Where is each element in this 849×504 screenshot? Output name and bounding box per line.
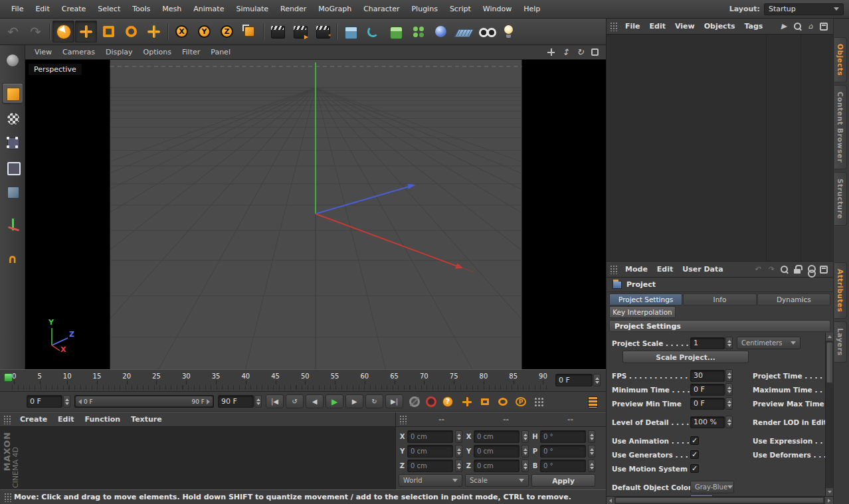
add-deformer-icon[interactable] — [430, 21, 452, 42]
use-animation-checkbox[interactable]: ✓ — [690, 436, 699, 445]
spinner-icon[interactable] — [455, 445, 462, 458]
viewport-label[interactable]: Perspective — [29, 64, 82, 75]
project-scale-field[interactable]: 1 — [690, 337, 725, 349]
rotate-tool-icon[interactable] — [120, 21, 142, 42]
fps-field[interactable]: 30 — [690, 370, 725, 382]
menubar-item[interactable]: Select — [92, 3, 126, 15]
spinner-icon[interactable] — [455, 460, 462, 472]
panel-tab-objects[interactable]: Objects — [834, 37, 847, 82]
spinner-icon[interactable] — [588, 445, 595, 458]
zoom-view-icon[interactable]: ↕ — [560, 46, 571, 58]
loop-button[interactable]: ↻ — [365, 394, 383, 408]
panel-tab-layers[interactable]: Layers — [834, 321, 847, 363]
viewport-canvas[interactable]: Perspective Y Z X — [25, 60, 606, 369]
scale-tool-icon[interactable] — [98, 21, 120, 42]
spinner-icon[interactable] — [725, 397, 733, 410]
attribute-object-row[interactable]: Project — [607, 278, 833, 292]
add-generator-icon[interactable] — [385, 21, 407, 42]
move-tool-icon[interactable] — [75, 21, 97, 42]
use-motion-system-checkbox[interactable]: ✓ — [690, 464, 699, 473]
edges-mode-icon[interactable] — [3, 157, 23, 177]
default-color-dropdown[interactable]: Gray-Blue — [690, 481, 734, 493]
autokeying-button[interactable] — [424, 394, 438, 409]
add-mograph-icon[interactable] — [407, 21, 429, 42]
panel-grip[interactable] — [610, 22, 617, 31]
menubar-item[interactable]: Window — [477, 3, 518, 15]
rotate-view-icon[interactable]: ↻ — [575, 46, 586, 58]
object-manager-menu-item[interactable]: Tags — [739, 21, 767, 32]
snap-icon[interactable]: ∩ — [3, 248, 23, 268]
lock-y-axis-icon[interactable]: Y — [193, 21, 215, 42]
attribute-menu-item[interactable]: Mode — [620, 264, 652, 275]
menubar-item[interactable]: Simulate — [230, 3, 274, 15]
new-panel-icon[interactable] — [818, 21, 830, 33]
tab-info[interactable]: Info — [683, 294, 756, 305]
menubar-item[interactable]: Edit — [29, 3, 55, 15]
search-icon[interactable] — [778, 264, 790, 276]
spinner-icon[interactable] — [63, 395, 70, 408]
redo-icon[interactable]: ↷ — [25, 21, 47, 42]
panel-grip[interactable] — [3, 415, 11, 424]
project-scale-unit-dropdown[interactable]: Centimeters — [737, 337, 801, 349]
mode-separator[interactable] — [3, 240, 23, 244]
spinner-icon[interactable] — [725, 369, 733, 382]
spinner-icon[interactable] — [593, 374, 601, 386]
tab-key-interpolation[interactable]: Key Interpolation — [609, 306, 676, 318]
play-reverse-button[interactable]: ↺ — [286, 394, 304, 408]
object-manager-menu-item[interactable]: Objects — [700, 21, 740, 32]
timeline-window-icon[interactable] — [585, 394, 601, 409]
history-forward-icon[interactable]: ↷ — [765, 264, 777, 276]
lock-z-axis-icon[interactable]: Z — [216, 21, 238, 42]
tab-project-settings[interactable]: Project Settings — [609, 294, 682, 305]
scroll-left-icon[interactable] — [607, 497, 614, 504]
spinner-icon[interactable] — [521, 460, 529, 472]
spinner-icon[interactable] — [521, 445, 529, 458]
project-settings-section-header[interactable]: Project Settings — [609, 320, 830, 332]
model-mode-icon[interactable] — [3, 84, 23, 104]
points-mode-icon[interactable] — [3, 133, 23, 153]
menubar-item[interactable]: Animate — [187, 3, 230, 15]
apply-button[interactable]: Apply — [531, 474, 595, 487]
toolbar-separator[interactable] — [261, 21, 266, 42]
live-selection-icon[interactable] — [52, 21, 74, 42]
spinner-icon[interactable] — [521, 430, 529, 443]
materials-menu-item[interactable]: Create — [15, 414, 52, 425]
goto-start-button[interactable]: |◀ — [266, 394, 284, 408]
add-spline-icon[interactable] — [362, 21, 384, 42]
preview-min-time-field[interactable]: 0 F — [690, 398, 725, 410]
material-list[interactable]: MAXON CINEMA 4D — [0, 427, 395, 489]
menubar-item[interactable]: MoGraph — [312, 3, 357, 15]
scroll-down-icon[interactable] — [826, 488, 833, 496]
horizontal-scrollbar[interactable] — [607, 496, 833, 504]
menubar-item[interactable]: Create — [56, 3, 92, 15]
home-icon[interactable]: ⌂ — [804, 21, 816, 33]
goto-end-button[interactable]: ▶| — [385, 394, 403, 408]
step-forward-button[interactable]: ▶ — [345, 394, 363, 408]
keyframe-selection-icon[interactable] — [531, 394, 547, 409]
world-space-dropdown[interactable]: World — [399, 474, 462, 487]
add-light-icon[interactable] — [498, 21, 519, 42]
panel-tab-content-browser[interactable]: Content Browser — [834, 85, 847, 169]
toolbar-separator[interactable] — [47, 21, 52, 42]
step-back-button[interactable]: ◀ — [306, 394, 324, 408]
texture-mode-icon[interactable] — [3, 108, 23, 128]
menubar-item[interactable]: File — [5, 3, 29, 15]
coordinate-field[interactable]: 0 cm — [407, 460, 453, 472]
viewport-menu-item[interactable]: View — [29, 46, 57, 58]
preview-range-slider[interactable]: 0 F 90 F — [74, 395, 214, 408]
attribute-menu-item[interactable]: User Data — [678, 264, 727, 275]
minimum-time-field[interactable]: 0 F — [690, 384, 725, 396]
vertical-scrollbar[interactable] — [825, 333, 833, 496]
viewport-menu-item[interactable]: Panel — [205, 46, 236, 58]
scroll-up-icon[interactable] — [826, 333, 833, 341]
menubar-item[interactable]: Plugins — [405, 3, 443, 15]
lock-x-axis-icon[interactable]: X — [171, 21, 193, 42]
render-picture-viewer-icon[interactable]: ▶ — [289, 21, 311, 42]
viewport-menu-item[interactable]: Filter — [177, 46, 205, 58]
spinner-icon[interactable] — [725, 337, 733, 349]
record-keyframe-button[interactable] — [407, 394, 422, 409]
scrollbar-thumb[interactable] — [826, 342, 833, 383]
menubar-item[interactable]: Script — [444, 3, 477, 15]
make-editable-icon[interactable] — [3, 50, 23, 70]
key-scale-icon[interactable] — [477, 394, 493, 409]
